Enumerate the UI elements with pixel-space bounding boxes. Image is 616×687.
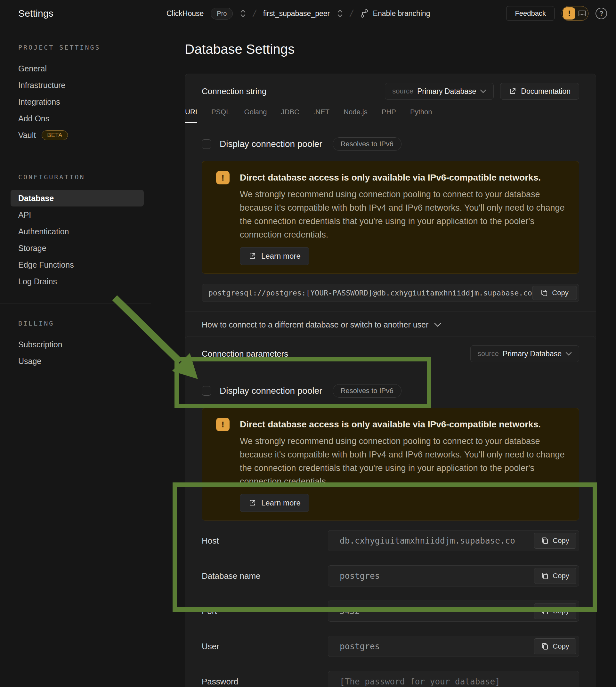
resolves-to-ipv6-badge: Resolves to IPv6 xyxy=(333,137,401,151)
copy-icon xyxy=(541,536,549,545)
password-field[interactable]: [The password for your database] xyxy=(328,671,579,687)
database-name-row: Database name postgres Copy xyxy=(202,566,579,586)
breadcrumb-separator: / xyxy=(349,8,354,19)
host-field[interactable]: db.cxhygiuitamxhniiddjm.supabase.co Copy xyxy=(328,530,579,551)
user-row: User postgres Copy xyxy=(202,636,579,657)
breadcrumb-separator: / xyxy=(252,8,258,19)
sidebar-item-subscription[interactable]: Subscription xyxy=(0,336,151,353)
documentation-button[interactable]: Documentation xyxy=(500,83,579,99)
connection-parameter-fields: Host db.cxhygiuitamxhniiddjm.supabase.co… xyxy=(202,530,579,687)
tab-jdbc[interactable]: JDBC xyxy=(281,108,299,123)
tab-nodejs[interactable]: Node.js xyxy=(344,108,368,123)
copy-button[interactable]: Copy xyxy=(534,568,576,584)
display-connection-pooler-checkbox[interactable] xyxy=(202,139,211,149)
chevron-down-icon xyxy=(566,352,572,356)
ipv6-warning-notice: ! Direct database access is only availab… xyxy=(202,408,579,520)
chevron-up-down-icon[interactable] xyxy=(337,9,343,18)
notice-body: We strongly recommend using connection p… xyxy=(240,435,565,488)
source-value: Primary Database xyxy=(503,350,562,358)
chevron-down-icon xyxy=(480,89,486,93)
source-label: source xyxy=(392,87,413,95)
sidebar-item-database[interactable]: Database xyxy=(0,190,151,206)
connection-string-card: Connection string source Primary Databas… xyxy=(185,74,596,339)
copy-button[interactable]: Copy xyxy=(534,603,576,619)
copy-button[interactable]: Copy xyxy=(534,533,576,549)
field-label: User xyxy=(202,642,328,651)
breadcrumb-project[interactable]: first_supabase_peer xyxy=(263,9,330,18)
learn-more-button[interactable]: Learn more xyxy=(240,494,309,512)
connection-string-field[interactable]: postgresql://postgres:[YOUR-PASSWORD]@db… xyxy=(202,284,579,302)
notice-body: We strongly recommend using connection p… xyxy=(240,187,565,241)
main-content: Database Settings Connection string sour… xyxy=(151,27,616,687)
database-name-field[interactable]: postgres Copy xyxy=(328,566,579,586)
database-settings-heading: Database Settings xyxy=(185,42,294,57)
notifications-button[interactable]: ! xyxy=(562,6,589,21)
warning-icon: ! xyxy=(216,171,229,184)
git-branch-icon xyxy=(360,9,369,18)
display-connection-pooler-checkbox[interactable] xyxy=(202,386,211,396)
port-field[interactable]: 5432 Copy xyxy=(328,601,579,622)
source-value: Primary Database xyxy=(417,87,476,96)
breadcrumb-org[interactable]: ClickHouse xyxy=(167,9,204,18)
connection-uri-value: postgresql://postgres:[YOUR-PASSWORD]@db… xyxy=(202,289,579,297)
header-actions: Feedback ! ? xyxy=(506,6,607,21)
sidebar-item-authentication[interactable]: Authentication xyxy=(0,223,151,240)
inbox-icon xyxy=(577,9,587,18)
beta-badge: BETA xyxy=(42,130,68,140)
sidebar-item-integrations[interactable]: Integrations xyxy=(0,93,151,110)
field-label: Host xyxy=(202,536,328,546)
sidebar-item-log-drains[interactable]: Log Drains xyxy=(0,273,151,290)
help-button[interactable]: ? xyxy=(595,8,607,19)
header-breadcrumb-area: ClickHouse Pro / first_supabase_peer / E… xyxy=(151,0,616,27)
copy-icon xyxy=(541,289,548,297)
section-label: BILLING xyxy=(0,319,151,327)
field-label: Port xyxy=(202,606,328,616)
tab-uri[interactable]: URI xyxy=(185,108,197,123)
user-field[interactable]: postgres Copy xyxy=(328,636,579,657)
sidebar-item-add-ons[interactable]: Add Ons xyxy=(0,110,151,127)
copy-icon xyxy=(541,572,549,580)
sidebar-item-api[interactable]: API xyxy=(0,206,151,223)
header-title-area: Settings xyxy=(0,0,151,27)
sidebar-item-usage[interactable]: Usage xyxy=(0,353,151,370)
card-title: Connection parameters xyxy=(202,349,288,359)
plan-badge: Pro xyxy=(211,8,233,20)
sidebar-item-edge-functions[interactable]: Edge Functions xyxy=(0,257,151,273)
tab-python[interactable]: Python xyxy=(410,108,432,123)
notice-title: Direct database access is only available… xyxy=(240,418,541,431)
sidebar-section-project-settings: PROJECT SETTINGS General Infrastructure … xyxy=(0,27,151,157)
host-row: Host db.cxhygiuitamxhniiddjm.supabase.co… xyxy=(202,530,579,551)
pooler-checkbox-label: Display connection pooler xyxy=(220,386,323,396)
copy-button[interactable]: Copy xyxy=(532,286,577,300)
enable-branching-button[interactable]: Enable branching xyxy=(360,9,430,18)
tab-dotnet[interactable]: .NET xyxy=(313,108,329,123)
feedback-button[interactable]: Feedback xyxy=(506,6,554,21)
switch-database-link[interactable]: How to connect to a different database o… xyxy=(202,320,428,329)
port-value: 5432 xyxy=(328,606,360,616)
tab-psql[interactable]: PSQL xyxy=(211,108,230,123)
sidebar-item-infrastructure[interactable]: Infrastructure xyxy=(0,77,151,93)
pooler-checkbox-row: Display connection pooler Resolves to IP… xyxy=(202,384,579,398)
enable-branching-label: Enable branching xyxy=(373,9,430,18)
sidebar-item-general[interactable]: General xyxy=(0,60,151,77)
chevron-up-down-icon[interactable] xyxy=(240,9,246,18)
tab-golang[interactable]: Golang xyxy=(244,108,267,123)
copy-icon xyxy=(541,607,549,615)
database-name-value: postgres xyxy=(328,571,380,581)
source-select[interactable]: source Primary Database xyxy=(470,346,579,362)
pooler-checkbox-row: Display connection pooler Resolves to IP… xyxy=(202,137,579,151)
sidebar-item-storage[interactable]: Storage xyxy=(0,240,151,257)
learn-more-button[interactable]: Learn more xyxy=(240,247,309,265)
sidebar-item-vault[interactable]: Vault BETA xyxy=(0,127,151,143)
user-value: postgres xyxy=(328,642,380,651)
tab-php[interactable]: PHP xyxy=(382,108,396,123)
section-label: PROJECT SETTINGS xyxy=(0,44,151,51)
chevron-down-icon xyxy=(434,323,441,327)
sidebar-section-configuration: CONFIGURATION Database API Authenticatio… xyxy=(0,157,151,304)
host-value: db.cxhygiuitamxhniiddjm.supabase.co xyxy=(328,536,515,546)
copy-button[interactable]: Copy xyxy=(534,638,576,655)
connection-string-footer[interactable]: How to connect to a different database o… xyxy=(185,311,596,339)
external-link-icon xyxy=(248,499,256,507)
source-select[interactable]: source Primary Database xyxy=(385,83,494,99)
top-header: Settings ClickHouse Pro / first_supabase… xyxy=(0,0,616,27)
